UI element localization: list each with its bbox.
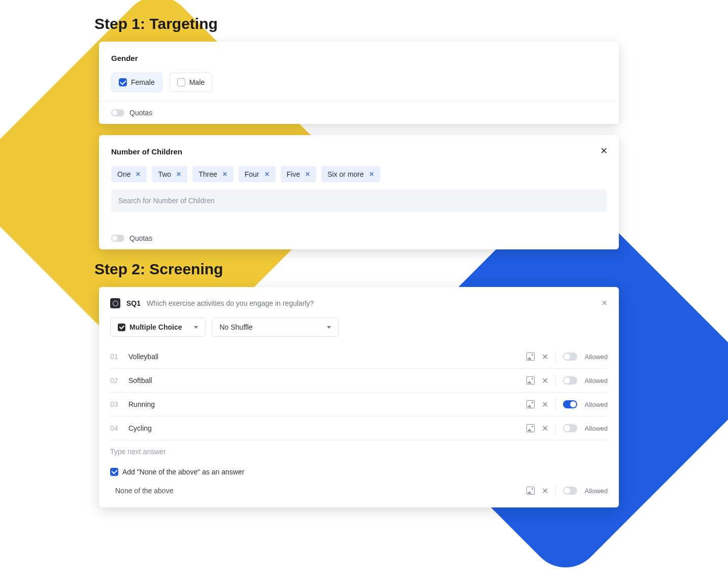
close-icon[interactable]: ✕ (600, 146, 608, 155)
gender-option-female[interactable]: Female (111, 73, 162, 92)
chip-remove-icon[interactable]: ✕ (264, 171, 270, 178)
answer-row: 03Running✕Allowed (110, 393, 608, 417)
type-next-answer-input[interactable]: Type next answer (110, 440, 608, 463)
nota-text: None of the above (115, 487, 519, 495)
quotas-toggle[interactable] (111, 235, 124, 242)
checkbox-icon (110, 468, 118, 476)
question-type-select[interactable]: Multiple Choice (110, 317, 206, 337)
question-text: Which exercise activities do you engage … (147, 299, 314, 307)
allowed-toggle[interactable] (563, 353, 577, 361)
nota-answer-row: None of the above ✕ Allowed (110, 480, 608, 503)
image-icon[interactable] (526, 400, 535, 408)
chip-remove-icon[interactable]: ✕ (305, 171, 310, 178)
gender-option-label: Male (189, 78, 205, 86)
divider (555, 399, 556, 410)
divider (555, 485, 556, 496)
answer-text[interactable]: Running (128, 400, 519, 408)
answer-row: 01Volleyball✕Allowed (110, 345, 608, 369)
quotas-toggle[interactable] (111, 109, 124, 116)
checkbox-icon (119, 78, 127, 86)
gender-card: Gender Female Male Quotas (99, 42, 619, 124)
radio-question-icon (110, 298, 120, 308)
question-id: SQ1 (126, 299, 141, 307)
chip-one: One✕ (111, 166, 147, 182)
children-search-input[interactable] (111, 189, 607, 212)
remove-icon[interactable]: ✕ (542, 352, 548, 362)
children-title: Number of Children (111, 147, 607, 156)
image-icon[interactable] (526, 376, 535, 385)
close-icon[interactable]: ✕ (601, 298, 608, 308)
add-nota-row[interactable]: Add "None of the above" as an answer (110, 463, 608, 480)
question-header: SQ1 Which exercise activities do you eng… (110, 298, 608, 308)
answer-number: 02 (110, 376, 121, 385)
screening-card: ✕ SQ1 Which exercise activities do you e… (99, 287, 619, 507)
image-icon[interactable] (526, 353, 535, 361)
step2-heading: Step 2: Screening (94, 261, 728, 278)
chip-remove-icon[interactable]: ✕ (176, 171, 181, 178)
answer-row: 02Softball✕Allowed (110, 369, 608, 393)
allowed-toggle[interactable] (563, 424, 577, 432)
gender-title: Gender (111, 54, 607, 62)
allowed-label: Allowed (584, 353, 608, 361)
divider (555, 351, 556, 362)
gender-option-label: Female (131, 78, 155, 86)
step1-heading: Step 1: Targeting (94, 15, 728, 33)
chevron-down-icon (327, 326, 331, 329)
chip-remove-icon[interactable]: ✕ (222, 171, 227, 178)
chip-remove-icon[interactable]: ✕ (369, 171, 374, 178)
divider (555, 375, 556, 386)
answer-text[interactable]: Cycling (128, 424, 519, 432)
answer-number: 01 (110, 353, 121, 361)
checkbox-icon (177, 78, 185, 86)
chip-four: Four✕ (239, 166, 276, 182)
add-nota-label: Add "None of the above" as an answer (122, 468, 244, 476)
shuffle-label: No Shuffle (219, 323, 252, 331)
answer-row: 04Cycling✕Allowed (110, 417, 608, 440)
remove-icon[interactable]: ✕ (542, 400, 548, 409)
quotas-label: Quotas (129, 234, 152, 242)
chip-three: Three✕ (192, 166, 234, 182)
chevron-down-icon (194, 326, 198, 329)
allowed-label: Allowed (584, 377, 608, 385)
chip-remove-icon[interactable]: ✕ (136, 171, 141, 178)
chip-six-or-more: Six or more✕ (321, 166, 380, 182)
gender-quotas-row: Quotas (99, 101, 619, 124)
image-icon[interactable] (526, 424, 535, 432)
gender-option-male[interactable]: Male (170, 73, 212, 92)
children-chips-row: One✕ Two✕ Three✕ Four✕ Five✕ Six or more… (111, 166, 607, 182)
shuffle-select[interactable]: No Shuffle (212, 317, 339, 337)
multiple-choice-icon (118, 324, 125, 331)
allowed-toggle[interactable] (563, 400, 577, 408)
answer-text[interactable]: Softball (128, 376, 519, 385)
divider (555, 423, 556, 434)
answer-number: 03 (110, 400, 121, 408)
allowed-toggle[interactable] (563, 376, 577, 385)
answer-text[interactable]: Volleyball (128, 353, 519, 361)
allowed-label: Allowed (584, 401, 608, 408)
remove-icon[interactable]: ✕ (542, 486, 548, 496)
allowed-label: Allowed (584, 487, 608, 495)
remove-icon[interactable]: ✕ (542, 424, 548, 433)
question-config-row: Multiple Choice No Shuffle (110, 317, 608, 337)
chip-two: Two✕ (152, 166, 187, 182)
gender-options-row: Female Male (111, 73, 607, 92)
children-quotas-row: Quotas (111, 227, 607, 249)
question-type-label: Multiple Choice (129, 323, 182, 331)
remove-icon[interactable]: ✕ (542, 376, 548, 386)
chip-five: Five✕ (281, 166, 316, 182)
allowed-toggle[interactable] (563, 487, 577, 495)
answer-number: 04 (110, 424, 121, 432)
children-card: ✕ Number of Children One✕ Two✕ Three✕ Fo… (99, 135, 619, 249)
quotas-label: Quotas (129, 109, 152, 117)
image-icon[interactable] (526, 487, 535, 495)
allowed-label: Allowed (584, 425, 608, 432)
